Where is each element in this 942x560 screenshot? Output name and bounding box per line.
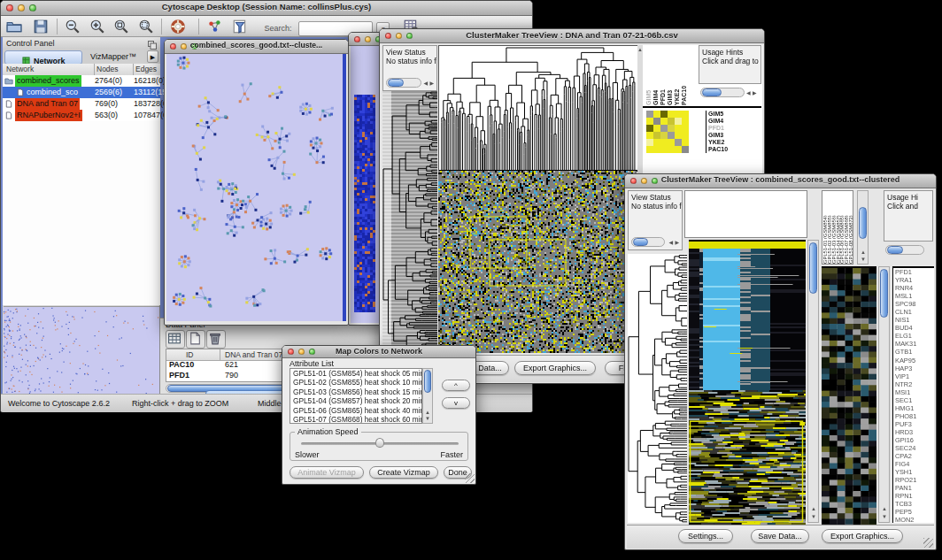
column-label[interactable]: GIM4: [652, 45, 660, 105]
gene-label[interactable]: CLN1: [895, 308, 934, 316]
resize-grip[interactable]: [465, 473, 475, 483]
column-label[interactable]: GPL51-02 (GSM855): [827, 191, 831, 264]
matrix-cell[interactable]: [668, 125, 675, 132]
gene-label[interactable]: RNR4: [895, 284, 934, 292]
gene-label[interactable]: PEP5: [895, 508, 934, 516]
column-dendrogram[interactable]: [684, 190, 807, 238]
attribute-table-icon[interactable]: [166, 330, 185, 349]
matrix-cell[interactable]: [660, 139, 668, 146]
matrix-cell[interactable]: [675, 125, 682, 132]
list-item[interactable]: GPL51-01 (GSM854) heat shock 05 min: [290, 369, 421, 378]
usage-hints-scrollbar[interactable]: [885, 245, 924, 255]
col-edges[interactable]: Edges: [135, 64, 157, 75]
gene-label[interactable]: PAN1: [895, 484, 934, 492]
move-down-button[interactable]: v: [442, 397, 470, 409]
row-label[interactable]: GIM4: [708, 118, 761, 125]
matrix-cell[interactable]: [653, 146, 660, 153]
tab-overflow-icon[interactable]: ▶: [147, 50, 158, 63]
matrix-cell[interactable]: [660, 118, 668, 125]
attribute-list[interactable]: GPL51-01 (GSM854) heat shock 05 minGPL51…: [290, 368, 422, 424]
gene-label[interactable]: HAP3: [895, 364, 934, 372]
matrix-cell[interactable]: [675, 146, 682, 153]
gene-label[interactable]: CPA2: [895, 452, 934, 460]
matrix-cell[interactable]: [660, 125, 668, 132]
matrix-cell[interactable]: [682, 118, 689, 125]
save-data-button[interactable]: Save Data...: [751, 529, 809, 543]
matrix-cell[interactable]: [682, 146, 689, 153]
list-item[interactable]: GPL51-02 (GSM855) heat shock 10 min: [290, 378, 421, 387]
arrow-down-icon[interactable]: ▼: [882, 514, 887, 519]
resize-grip[interactable]: [923, 538, 933, 548]
matrix-cell[interactable]: [653, 125, 660, 132]
matrix-cell[interactable]: [646, 139, 653, 146]
heatmap-view[interactable]: [438, 171, 637, 353]
scroll-right-icon[interactable]: ▶: [429, 81, 434, 86]
float-panel-icon[interactable]: [147, 38, 158, 49]
matrix-cell[interactable]: [653, 132, 660, 139]
column-label[interactable]: GIM3: [667, 45, 674, 105]
matrix-cell[interactable]: [682, 111, 689, 118]
gene-label[interactable]: MAK31: [895, 340, 934, 348]
trash-icon[interactable]: [206, 330, 226, 349]
arrow-down-icon[interactable]: ▼: [811, 514, 816, 519]
row-label[interactable]: YKE2: [708, 139, 761, 146]
column-label[interactable]: YKE2: [674, 45, 681, 105]
column-dendrogram[interactable]: [438, 45, 638, 172]
network-overview-thumbnail[interactable]: [4, 306, 159, 394]
scroll-left-icon[interactable]: ◀: [423, 81, 428, 86]
gene-label[interactable]: NIS1: [895, 316, 934, 324]
network-vscrollbar[interactable]: [343, 54, 346, 321]
titlebar[interactable]: ClusterMaker TreeView : combined_scores_…: [625, 174, 936, 188]
attribute-list-scrollbar[interactable]: ▲ ▼: [422, 368, 433, 424]
export-graphics-button[interactable]: Export Graphics...: [822, 529, 903, 543]
save-session-icon[interactable]: [33, 19, 49, 35]
zoom-heatmap[interactable]: [822, 266, 876, 525]
zoom-heatmap-matrix[interactable]: [646, 111, 689, 153]
gene-labels[interactable]: PFD1YRA1RNR4MSL1SPC98CLN1NIS1BUD4ELG1MAK…: [892, 266, 934, 523]
matrix-cell[interactable]: [675, 111, 682, 118]
arrow-up-icon[interactable]: ▲: [861, 249, 866, 255]
heatmap-view[interactable]: [689, 240, 806, 525]
gene-label[interactable]: HRD3: [895, 428, 934, 436]
gene-label[interactable]: NTR2: [895, 380, 934, 388]
tab-vizmapper[interactable]: VizMapper™: [82, 50, 144, 63]
list-item[interactable]: GPL51-03 (GSM856) heat shock 15 min: [290, 387, 421, 396]
network-overview-icon[interactable]: [207, 19, 223, 35]
gene-label[interactable]: HMG1: [895, 404, 934, 412]
arrow-up-icon[interactable]: ▲: [882, 506, 887, 511]
list-item[interactable]: GPL51-04 (GSM857) heat shock 20 min: [290, 396, 421, 405]
matrix-cell[interactable]: [646, 146, 653, 153]
column-labels[interactable]: GPL51-01 (GSM854)GPL51-02 (GSM855)GPL51-…: [822, 190, 853, 265]
gene-label[interactable]: MSL1: [895, 292, 934, 300]
gene-label[interactable]: SEC1: [895, 396, 934, 404]
gene-label[interactable]: TCB3: [895, 500, 934, 508]
zoom-vscrollbar-top[interactable]: ▲ ▼: [857, 190, 869, 265]
attr-col-id[interactable]: ID: [186, 349, 194, 360]
column-label[interactable]: GPL51-03 (GSM856): [831, 191, 836, 264]
row-label[interactable]: GIM3: [708, 132, 761, 139]
scroll-left-icon[interactable]: ◀: [746, 90, 751, 96]
list-item[interactable]: GPL51-06 (GSM865) heat shock 40 min: [290, 406, 421, 415]
matrix-cell[interactable]: [646, 125, 653, 132]
arrow-up-icon[interactable]: ▲: [811, 506, 816, 511]
gene-label[interactable]: MSI1: [895, 388, 934, 396]
gene-label[interactable]: YSH1: [895, 468, 934, 476]
column-label[interactable]: PFD1: [660, 45, 667, 105]
new-attribute-icon[interactable]: [186, 330, 205, 349]
gene-label[interactable]: MON2: [895, 516, 934, 523]
table-row-selected[interactable]: combined_sco 2569(6) 13112(15): [3, 87, 160, 98]
matrix-cell[interactable]: [660, 111, 668, 118]
gene-label[interactable]: GPI16: [895, 436, 934, 444]
matrix-cell[interactable]: [668, 146, 675, 153]
matrix-cell[interactable]: [675, 132, 682, 139]
settings-button[interactable]: Settings...: [678, 529, 733, 543]
matrix-cell[interactable]: [646, 111, 653, 118]
gene-label[interactable]: RPN1: [895, 492, 934, 500]
row-label[interactable]: PFD1: [708, 125, 761, 132]
row-label[interactable]: PAC10: [708, 146, 761, 153]
gene-label[interactable]: BUD4: [895, 324, 934, 332]
move-up-button[interactable]: ^: [442, 380, 470, 391]
zoom-fit-icon[interactable]: [113, 19, 129, 35]
row-labels[interactable]: GIM5GIM4PFD1GIM3YKE2PAC10: [706, 111, 761, 153]
scroll-right-icon[interactable]: ▶: [753, 90, 757, 96]
